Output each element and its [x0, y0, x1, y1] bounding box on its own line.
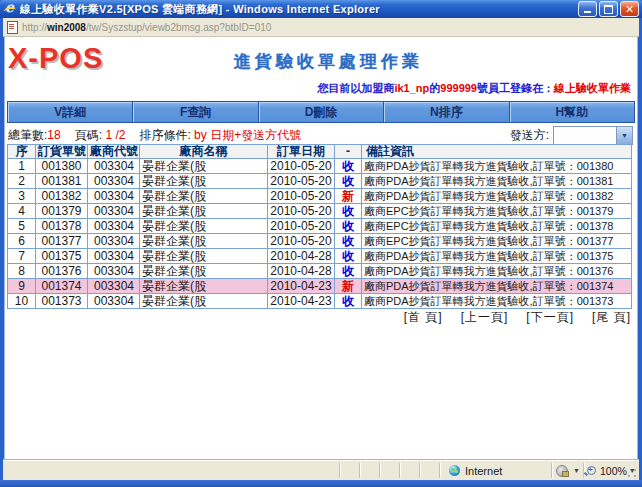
- window-title: 線上驗收單作業V2.5[XPOS 雲端商務網] - Windows Intern…: [20, 2, 578, 17]
- pagination-link-2[interactable]: [下一頁]: [526, 310, 574, 324]
- cell: 2010-05-20: [268, 234, 335, 249]
- total-count: 18: [47, 128, 60, 142]
- cell: 晏群企業(股: [140, 279, 268, 294]
- toolbar-button-4[interactable]: H幫助: [509, 101, 635, 123]
- column-header: 廠商代號: [88, 145, 140, 159]
- title-bar: e 線上驗收單作業V2.5[XPOS 雲端商務網] - Windows Inte…: [0, 0, 642, 18]
- toolbar-button-1[interactable]: F查詢: [132, 101, 258, 123]
- table-header-row: 序訂貨單號廠商代號廠商名稱訂單日期-備註資訊: [8, 145, 632, 159]
- cell: 003304: [88, 174, 140, 189]
- cell: 晏群企業(股: [140, 294, 268, 309]
- internet-globe-icon: [449, 465, 460, 476]
- close-button[interactable]: ✕: [620, 1, 639, 17]
- sort-by: by: [194, 128, 207, 142]
- cell: 2010-04-23: [268, 279, 335, 294]
- maximize-button[interactable]: [599, 1, 618, 17]
- info-row: 總筆數:18 頁碼: 1 /2 排序條件: by 日期+發送方代號 發送方: ▼: [8, 126, 633, 144]
- cell: 7: [8, 249, 36, 264]
- cell: 001380: [36, 159, 88, 174]
- cell: 2010-04-23: [268, 294, 335, 309]
- cell: 晏群企業(股: [140, 249, 268, 264]
- cell: 廠商PDA抄貨訂單轉我方進貨驗收,訂單號：001381: [362, 174, 632, 189]
- window-bottom-border: [0, 480, 642, 487]
- cell: 廠商EPC抄貨訂單轉我方進貨驗收,訂單號：001377: [362, 234, 632, 249]
- cell: 003304: [88, 219, 140, 234]
- browser-window: e 線上驗收單作業V2.5[XPOS 雲端商務網] - Windows Inte…: [0, 0, 642, 487]
- total-label: 總筆數:: [8, 127, 47, 144]
- cell: 2010-05-20: [268, 174, 335, 189]
- cell: 2010-05-20: [268, 204, 335, 219]
- cell: 001382: [36, 189, 88, 204]
- pagination-link-0[interactable]: [首 頁]: [404, 310, 443, 324]
- cell: 新: [335, 279, 362, 294]
- pagination-link-1[interactable]: [上一頁]: [461, 310, 509, 324]
- cell: 晏群企業(股: [140, 204, 268, 219]
- table-row[interactable]: 10001373003304晏群企業(股2010-04-23收廠商PDA抄貨訂單…: [8, 294, 632, 309]
- page-title: 進貨驗收單處理作業: [234, 50, 423, 73]
- table-row[interactable]: 5001378003304晏群企業(股2010-05-20收廠商EPC抄貨訂單轉…: [8, 219, 632, 234]
- page-icon: [7, 21, 18, 34]
- cell: 2010-05-20: [268, 189, 335, 204]
- column-header: 訂單日期: [268, 145, 335, 159]
- cell: 001375: [36, 249, 88, 264]
- column-header: 序: [8, 145, 36, 159]
- cell: 收: [335, 234, 362, 249]
- cell: 003304: [88, 234, 140, 249]
- table-row[interactable]: 2001381003304晏群企業(股2010-05-20收廠商PDA抄貨訂單轉…: [8, 174, 632, 189]
- sort-value: 日期+發送方代號: [210, 127, 301, 144]
- toolbar-button-2[interactable]: D刪除: [258, 101, 384, 123]
- cell: 廠商EPC抄貨訂單轉我方進貨驗收,訂單號：001378: [362, 219, 632, 234]
- shield-icon: [556, 465, 568, 477]
- table-row[interactable]: 8001376003304晏群企業(股2010-04-28收廠商PDA抄貨訂單轉…: [8, 264, 632, 279]
- column-header: 訂貨單號: [36, 145, 88, 159]
- toolbar-button-0[interactable]: V詳細: [7, 101, 133, 123]
- cell: 2010-04-28: [268, 249, 335, 264]
- cell: 2: [8, 174, 36, 189]
- resize-grip[interactable]: [626, 467, 638, 479]
- cell: 收: [335, 219, 362, 234]
- chevron-down-icon: ▼: [616, 127, 632, 144]
- cell: 10: [8, 294, 36, 309]
- pagination-link-3[interactable]: [尾 頁]: [592, 310, 631, 324]
- cell: 9: [8, 279, 36, 294]
- cell: 003304: [88, 159, 140, 174]
- status-bar: Internet ▼ 100% ▼: [3, 460, 639, 480]
- cell: 收: [335, 249, 362, 264]
- xpos-logo: X-POS: [8, 42, 103, 75]
- cell: 廠商EPC抄貨訂單轉我方進貨驗收,訂單號：001379: [362, 204, 632, 219]
- cell: 晏群企業(股: [140, 264, 268, 279]
- table-row[interactable]: 4001379003304晏群企業(股2010-05-20收廠商EPC抄貨訂單轉…: [8, 204, 632, 219]
- minimize-button[interactable]: [578, 1, 597, 17]
- table-row[interactable]: 3001382003304晏群企業(股2010-05-20新廠商PDA抄貨訂單轉…: [8, 189, 632, 204]
- cell: 003304: [88, 189, 140, 204]
- table-row[interactable]: 9001374003304晏群企業(股2010-04-23新廠商PDA抄貨訂單轉…: [8, 279, 632, 294]
- magnifier-icon: [587, 466, 596, 475]
- table-row[interactable]: 1001380003304晏群企業(股2010-05-20收廠商PDA抄貨訂單轉…: [8, 159, 632, 174]
- url-text[interactable]: http://win2008/tw/Syszstup/viewb2bmsg.as…: [22, 22, 271, 33]
- orders-table: 序訂貨單號廠商代號廠商名稱訂單日期-備註資訊 1001380003304晏群企業…: [7, 144, 632, 309]
- column-header: 備註資訊: [362, 145, 632, 159]
- toolbar: V詳細F查詢D刪除N排序H幫助: [7, 101, 634, 123]
- cell: 001379: [36, 204, 88, 219]
- toolbar-button-3[interactable]: N排序: [383, 101, 509, 123]
- cell: 001377: [36, 234, 88, 249]
- address-bar: http://win2008/tw/Syszstup/viewb2bmsg.as…: [3, 18, 639, 37]
- cell: 晏群企業(股: [140, 159, 268, 174]
- protected-mode-control[interactable]: ▼: [556, 461, 580, 480]
- cell: 2010-05-20: [268, 219, 335, 234]
- page-number: 1 /2: [105, 128, 125, 142]
- table-row[interactable]: 6001377003304晏群企業(股2010-05-20收廠商EPC抄貨訂單轉…: [8, 234, 632, 249]
- cell: 收: [335, 204, 362, 219]
- internet-explorer-icon: e: [4, 2, 17, 16]
- zoom-level: 100%: [600, 465, 627, 477]
- cell: 001378: [36, 219, 88, 234]
- sender-label: 發送方:: [510, 127, 549, 144]
- table-row[interactable]: 7001375003304晏群企業(股2010-04-28收廠商PDA抄貨訂單轉…: [8, 249, 632, 264]
- cell: 新: [335, 189, 362, 204]
- cell: 廠商PDA抄貨訂單轉我方進貨驗收,訂單號：001375: [362, 249, 632, 264]
- cell: 廠商PDA抄貨訂單轉我方進貨驗收,訂單號：001380: [362, 159, 632, 174]
- cell: 003304: [88, 249, 140, 264]
- cell: 收: [335, 294, 362, 309]
- sender-select[interactable]: ▼: [553, 126, 633, 145]
- cell: 2010-04-28: [268, 264, 335, 279]
